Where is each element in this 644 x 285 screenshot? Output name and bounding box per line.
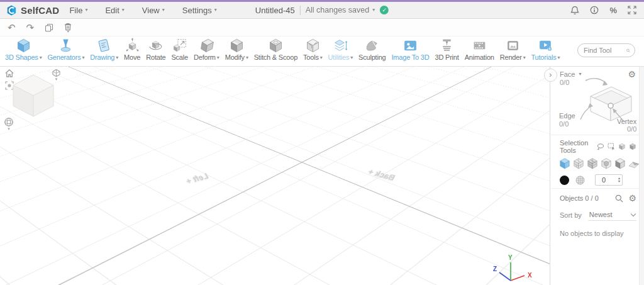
chevron-down-icon: ▾ (55, 78, 58, 81)
selection-info-section: Face ▾ 0/0 ⚙ (550, 67, 644, 135)
box-select-icon[interactable] (608, 143, 615, 150)
menu-file[interactable]: File ▾ (69, 6, 87, 15)
stepper-down-button[interactable]: ▾ (618, 180, 620, 183)
document-title[interactable]: Untitled-45 (255, 6, 295, 15)
tool-move[interactable]: Move (123, 38, 142, 62)
utilities-layers-icon (333, 38, 348, 53)
selection-tools-section: Selection Tools (550, 135, 644, 189)
select-mode-half-button[interactable] (614, 157, 626, 170)
chevron-down-icon: ▾ (214, 8, 217, 13)
save-status[interactable]: All changes saved ▾ (306, 6, 375, 14)
tool-image-to-3d[interactable]: Image To 3D (391, 38, 431, 62)
tool-3d-print[interactable]: 3D Print (433, 38, 460, 62)
delete-button[interactable]: ▾ (64, 23, 72, 33)
axis-z-label: Z (493, 265, 497, 272)
top-menu-bar: SelfCAD File ▾ Edit ▾ View ▾ Settings ▾ … (0, 0, 644, 19)
menu-list: File ▾ Edit ▾ View ▾ Settings ▾ (69, 6, 216, 15)
gear-icon: ⚙ (628, 193, 636, 203)
quick-action-bar: ↶ ↷ ▾ (0, 19, 644, 36)
collapse-panel-button[interactable]: › (544, 69, 557, 82)
tool-rotate[interactable]: Rotate (145, 38, 167, 62)
axis-y-label: Y (508, 254, 513, 261)
chevron-down-icon: ▾ (116, 55, 118, 60)
shortcuts-button[interactable]: % (609, 6, 617, 15)
chevron-down-icon: ▾ (85, 8, 87, 13)
lasso-select-icon[interactable] (597, 143, 604, 150)
app-logo[interactable]: SelfCAD (0, 4, 69, 16)
tutorials-video-icon (538, 38, 553, 53)
logo-text: SelfCAD (21, 5, 59, 16)
tool-stitch-scoop[interactable]: Stitch & Scoop (253, 38, 299, 62)
tool-deform[interactable]: Deform▾ (192, 38, 221, 62)
copy-icon (45, 23, 53, 32)
volume-select-icon[interactable] (629, 143, 636, 150)
topbar-icon-group: % (570, 6, 636, 15)
find-tool-input[interactable] (582, 46, 624, 55)
tool-generators[interactable]: Generators▾ (46, 38, 86, 62)
tool-scale[interactable]: Scale (170, 38, 189, 62)
tool-drawing[interactable]: Drawing▾ (89, 38, 119, 62)
percent-icon: % (609, 6, 617, 15)
mesh-brush-button[interactable] (575, 176, 585, 185)
stepper-value: 0 (602, 176, 606, 184)
brush-size-stepper[interactable]: 0 ▴ ▾ (595, 174, 623, 186)
sculpting-clay-icon (364, 38, 380, 53)
chevron-down-icon: ▾ (40, 55, 42, 60)
chevron-down-icon (631, 211, 636, 216)
select-mode-plane-button[interactable] (628, 157, 640, 170)
panel-scrollbar[interactable] (639, 67, 644, 285)
viewport-3d[interactable]: Left + Back + Front + Right + (0, 67, 550, 285)
ground-grid (0, 67, 550, 285)
chevron-down-icon: ▾ (372, 8, 375, 13)
menu-view[interactable]: View ▾ (142, 6, 165, 15)
redo-button[interactable]: ↷ (26, 23, 35, 32)
info-icon (590, 6, 599, 14)
chevron-down-icon: ▾ (162, 8, 165, 13)
objects-search-button[interactable] (615, 194, 623, 203)
notifications-button[interactable] (570, 6, 579, 15)
cube-select-icon[interactable] (618, 143, 626, 150)
empty-objects-message: No objects to display (550, 221, 644, 237)
drawing-icon (96, 38, 112, 53)
camera-mode-button[interactable]: ▾ (52, 69, 61, 81)
objects-settings-button[interactable]: ⚙ (628, 194, 636, 203)
chevron-down-icon: ▾ (122, 8, 125, 13)
copy-button[interactable] (45, 23, 53, 32)
orbit-mode-button[interactable]: ▾ (4, 117, 14, 130)
printer-icon (439, 38, 455, 53)
tool-animation[interactable]: Animation (464, 38, 496, 62)
tool-sculpting[interactable]: Sculpting (357, 38, 387, 62)
menu-edit[interactable]: Edit ▾ (105, 6, 124, 15)
select-mode-vertices-button[interactable] (572, 157, 585, 170)
brush-row: 0 ▴ ▾ (550, 170, 644, 186)
tool-3d-shapes[interactable]: 3D Shapes▾ (4, 38, 43, 62)
orbit-globe-icon (4, 117, 14, 127)
stitch-scoop-cube-icon (268, 38, 284, 53)
tool-tools[interactable]: Tools▾ (302, 38, 324, 62)
chevron-down-icon: ▾ (350, 55, 353, 60)
ground-grid-wrap (0, 67, 550, 285)
round-brush-button[interactable] (560, 176, 569, 185)
select-mode-sphere-button[interactable] (600, 157, 613, 170)
info-button[interactable] (590, 6, 599, 14)
selection-mode-row (550, 154, 644, 170)
fullscreen-button[interactable] (628, 6, 636, 14)
select-mode-solid-button[interactable] (558, 157, 571, 170)
axis-x-label: X (528, 272, 532, 279)
selection-tools-title: Selection Tools (560, 139, 597, 154)
find-tool-search[interactable] (577, 43, 635, 57)
menu-settings[interactable]: Settings ▾ (182, 6, 217, 15)
check-icon: ✓ (382, 7, 387, 13)
undo-button[interactable]: ↶ (8, 23, 16, 32)
search-icon (626, 47, 630, 55)
tool-utilities[interactable]: Utilities▾ (327, 38, 354, 62)
scale-cube-icon (172, 38, 187, 53)
tool-modify[interactable]: Modify▾ (224, 38, 250, 62)
objects-section: Objects 0 / 0 ⚙ Sort by Newest (550, 189, 644, 237)
document-title-group: Untitled-45 All changes saved ▾ ✓ (255, 6, 389, 15)
face-count: 0/0 (560, 79, 569, 86)
tool-tutorials[interactable]: Tutorials▾ (530, 38, 561, 62)
tool-render[interactable]: Render▾ (499, 38, 527, 62)
select-mode-faces-button[interactable] (586, 157, 599, 170)
sort-select[interactable]: Newest (588, 209, 636, 221)
